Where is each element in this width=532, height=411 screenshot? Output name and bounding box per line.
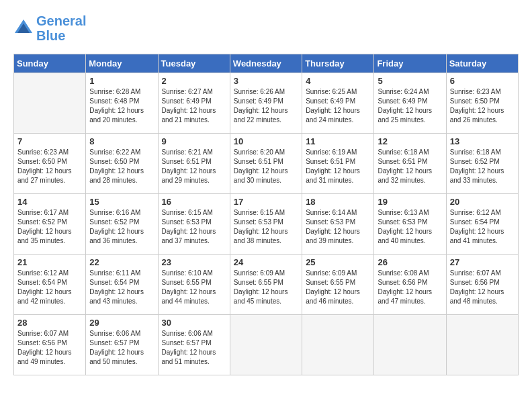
cell-info: Sunrise: 6:23 AM Sunset: 6:50 PM Dayligh…	[450, 87, 515, 125]
day-number: 18	[306, 197, 370, 207]
day-number: 26	[378, 257, 442, 267]
calendar-cell: 10Sunrise: 6:20 AM Sunset: 6:51 PM Dayli…	[230, 134, 302, 194]
calendar-cell: 25Sunrise: 6:09 AM Sunset: 6:55 PM Dayli…	[302, 255, 374, 315]
cell-info: Sunrise: 6:13 AM Sunset: 6:53 PM Dayligh…	[378, 208, 442, 246]
calendar-week-1: 7Sunrise: 6:23 AM Sunset: 6:50 PM Daylig…	[14, 134, 519, 194]
cell-info: Sunrise: 6:07 AM Sunset: 6:56 PM Dayligh…	[450, 269, 515, 306]
cell-info: Sunrise: 6:09 AM Sunset: 6:55 PM Dayligh…	[234, 269, 298, 306]
cell-info: Sunrise: 6:18 AM Sunset: 6:52 PM Dayligh…	[450, 148, 515, 185]
cell-info: Sunrise: 6:25 AM Sunset: 6:49 PM Dayligh…	[306, 87, 370, 125]
day-number: 12	[378, 136, 442, 146]
day-header-wednesday: Wednesday	[230, 54, 302, 73]
calendar-cell: 7Sunrise: 6:23 AM Sunset: 6:50 PM Daylig…	[14, 134, 86, 194]
cell-info: Sunrise: 6:15 AM Sunset: 6:53 PM Dayligh…	[234, 208, 298, 246]
day-number: 13	[450, 136, 515, 146]
calendar-cell: 28Sunrise: 6:07 AM Sunset: 6:56 PM Dayli…	[14, 315, 86, 375]
cell-info: Sunrise: 6:22 AM Sunset: 6:50 PM Dayligh…	[89, 148, 154, 185]
day-number: 16	[162, 197, 226, 207]
day-header-sunday: Sunday	[14, 54, 86, 73]
calendar-cell: 27Sunrise: 6:07 AM Sunset: 6:56 PM Dayli…	[446, 255, 518, 315]
calendar-cell: 6Sunrise: 6:23 AM Sunset: 6:50 PM Daylig…	[446, 73, 518, 134]
cell-info: Sunrise: 6:23 AM Sunset: 6:50 PM Dayligh…	[17, 148, 82, 185]
day-header-saturday: Saturday	[446, 54, 518, 73]
cell-info: Sunrise: 6:08 AM Sunset: 6:56 PM Dayligh…	[378, 269, 442, 306]
cell-info: Sunrise: 6:20 AM Sunset: 6:51 PM Dayligh…	[234, 148, 298, 185]
cell-info: Sunrise: 6:06 AM Sunset: 6:57 PM Dayligh…	[89, 329, 154, 367]
calendar-cell: 30Sunrise: 6:06 AM Sunset: 6:57 PM Dayli…	[158, 315, 230, 375]
calendar-cell: 19Sunrise: 6:13 AM Sunset: 6:53 PM Dayli…	[374, 194, 446, 255]
calendar-week-0: 1Sunrise: 6:28 AM Sunset: 6:48 PM Daylig…	[14, 73, 519, 134]
calendar-cell	[230, 315, 302, 375]
calendar-header-row: SundayMondayTuesdayWednesdayThursdayFrid…	[14, 54, 519, 73]
calendar-cell: 29Sunrise: 6:06 AM Sunset: 6:57 PM Dayli…	[86, 315, 158, 375]
day-number: 4	[306, 76, 370, 86]
calendar-cell: 12Sunrise: 6:18 AM Sunset: 6:51 PM Dayli…	[374, 134, 446, 194]
calendar-table: SundayMondayTuesdayWednesdayThursdayFrid…	[13, 54, 519, 375]
calendar-cell: 5Sunrise: 6:24 AM Sunset: 6:49 PM Daylig…	[374, 73, 446, 134]
calendar-cell	[14, 73, 86, 134]
calendar-cell: 17Sunrise: 6:15 AM Sunset: 6:53 PM Dayli…	[230, 194, 302, 255]
day-number: 28	[17, 318, 82, 328]
calendar-cell: 15Sunrise: 6:16 AM Sunset: 6:52 PM Dayli…	[86, 194, 158, 255]
cell-info: Sunrise: 6:17 AM Sunset: 6:52 PM Dayligh…	[17, 208, 82, 246]
calendar-cell	[302, 315, 374, 375]
day-number: 30	[162, 318, 226, 328]
cell-info: Sunrise: 6:16 AM Sunset: 6:52 PM Dayligh…	[89, 208, 154, 246]
logo: General Blue	[13, 13, 86, 43]
cell-info: Sunrise: 6:12 AM Sunset: 6:54 PM Dayligh…	[17, 269, 82, 306]
day-number: 2	[162, 76, 226, 86]
calendar-cell: 14Sunrise: 6:17 AM Sunset: 6:52 PM Dayli…	[14, 194, 86, 255]
cell-info: Sunrise: 6:10 AM Sunset: 6:55 PM Dayligh…	[162, 269, 226, 306]
day-number: 14	[17, 197, 82, 207]
cell-info: Sunrise: 6:18 AM Sunset: 6:51 PM Dayligh…	[378, 148, 442, 185]
day-number: 25	[306, 257, 370, 267]
page-header: General Blue	[13, 13, 519, 43]
day-number: 24	[234, 257, 298, 267]
calendar-cell: 2Sunrise: 6:27 AM Sunset: 6:49 PM Daylig…	[158, 73, 230, 134]
calendar-cell: 3Sunrise: 6:26 AM Sunset: 6:49 PM Daylig…	[230, 73, 302, 134]
cell-info: Sunrise: 6:14 AM Sunset: 6:53 PM Dayligh…	[306, 208, 370, 246]
day-number: 20	[450, 197, 515, 207]
day-number: 23	[162, 257, 226, 267]
cell-info: Sunrise: 6:21 AM Sunset: 6:51 PM Dayligh…	[162, 148, 226, 185]
calendar-cell: 20Sunrise: 6:12 AM Sunset: 6:54 PM Dayli…	[446, 194, 518, 255]
calendar-cell: 9Sunrise: 6:21 AM Sunset: 6:51 PM Daylig…	[158, 134, 230, 194]
day-number: 8	[89, 136, 154, 146]
day-number: 15	[89, 197, 154, 207]
calendar-cell: 13Sunrise: 6:18 AM Sunset: 6:52 PM Dayli…	[446, 134, 518, 194]
calendar-week-3: 21Sunrise: 6:12 AM Sunset: 6:54 PM Dayli…	[14, 255, 519, 315]
cell-info: Sunrise: 6:06 AM Sunset: 6:57 PM Dayligh…	[162, 329, 226, 367]
day-number: 3	[234, 76, 298, 86]
logo-text: General Blue	[36, 13, 86, 43]
calendar-body: 1Sunrise: 6:28 AM Sunset: 6:48 PM Daylig…	[14, 73, 519, 375]
day-header-thursday: Thursday	[302, 54, 374, 73]
cell-info: Sunrise: 6:11 AM Sunset: 6:54 PM Dayligh…	[89, 269, 154, 306]
calendar-cell: 1Sunrise: 6:28 AM Sunset: 6:48 PM Daylig…	[86, 73, 158, 134]
calendar-cell: 16Sunrise: 6:15 AM Sunset: 6:53 PM Dayli…	[158, 194, 230, 255]
cell-info: Sunrise: 6:09 AM Sunset: 6:55 PM Dayligh…	[306, 269, 370, 306]
day-number: 5	[378, 76, 442, 86]
calendar-cell	[446, 315, 518, 375]
calendar-week-2: 14Sunrise: 6:17 AM Sunset: 6:52 PM Dayli…	[14, 194, 519, 255]
day-number: 29	[89, 318, 154, 328]
calendar-cell	[374, 315, 446, 375]
calendar-cell: 26Sunrise: 6:08 AM Sunset: 6:56 PM Dayli…	[374, 255, 446, 315]
calendar-cell: 4Sunrise: 6:25 AM Sunset: 6:49 PM Daylig…	[302, 73, 374, 134]
calendar-cell: 21Sunrise: 6:12 AM Sunset: 6:54 PM Dayli…	[14, 255, 86, 315]
day-header-tuesday: Tuesday	[158, 54, 230, 73]
cell-info: Sunrise: 6:12 AM Sunset: 6:54 PM Dayligh…	[450, 208, 515, 246]
day-number: 22	[89, 257, 154, 267]
cell-info: Sunrise: 6:15 AM Sunset: 6:53 PM Dayligh…	[162, 208, 226, 246]
calendar-week-4: 28Sunrise: 6:07 AM Sunset: 6:56 PM Dayli…	[14, 315, 519, 375]
calendar-cell: 22Sunrise: 6:11 AM Sunset: 6:54 PM Dayli…	[86, 255, 158, 315]
day-number: 9	[162, 136, 226, 146]
day-number: 6	[450, 76, 515, 86]
cell-info: Sunrise: 6:19 AM Sunset: 6:51 PM Dayligh…	[306, 148, 370, 185]
calendar-cell: 11Sunrise: 6:19 AM Sunset: 6:51 PM Dayli…	[302, 134, 374, 194]
calendar-cell: 23Sunrise: 6:10 AM Sunset: 6:55 PM Dayli…	[158, 255, 230, 315]
calendar-cell: 24Sunrise: 6:09 AM Sunset: 6:55 PM Dayli…	[230, 255, 302, 315]
cell-info: Sunrise: 6:24 AM Sunset: 6:49 PM Dayligh…	[378, 87, 442, 125]
day-number: 1	[89, 76, 154, 86]
day-number: 7	[17, 136, 82, 146]
day-header-friday: Friday	[374, 54, 446, 73]
